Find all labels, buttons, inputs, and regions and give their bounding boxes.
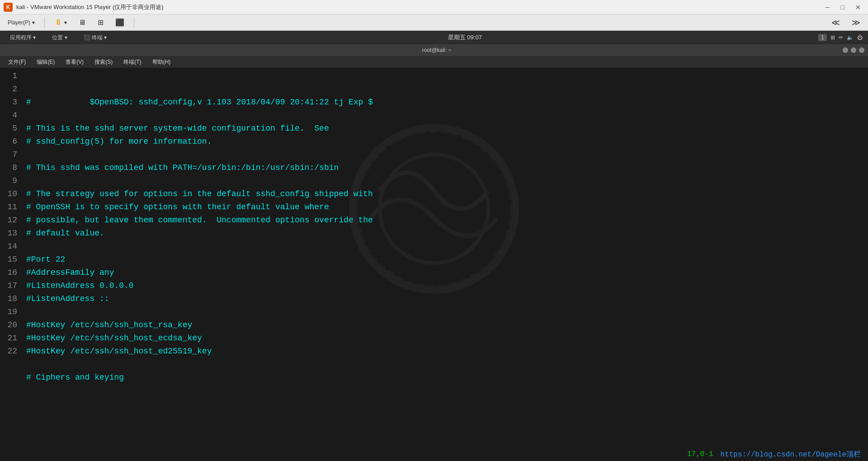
close-button[interactable]: ✕: [852, 3, 864, 12]
code-line: #AddressFamily any: [26, 266, 864, 279]
code-line: [26, 148, 864, 161]
apps-menu[interactable]: 应用程序 ▾: [5, 33, 40, 42]
system-bar-left: 应用程序 ▾ 位置 ▾ ⬛ 终端 ▾: [5, 33, 111, 42]
status-url[interactable]: https://blog.csdn.net/Dageele顶栏: [721, 450, 861, 459]
window-title: kali - VMware Workstation 15 Player (仅用于…: [16, 3, 164, 11]
player-label: Player(P): [8, 19, 30, 26]
toolbar-separator-2: [134, 17, 134, 28]
terminal-titlebar: root@kali: ~: [0, 44, 868, 56]
back-button[interactable]: ≪: [827, 16, 844, 29]
player-menu-button[interactable]: Player(P) ▾: [4, 18, 39, 27]
line-number: 16: [5, 266, 17, 279]
menu-bar: 文件(F) 编辑(E) 查看(V) 搜索(S) 终端(T) 帮助(H): [0, 56, 868, 68]
send-ctrl-alt-del-button[interactable]: 🖥: [75, 17, 90, 28]
terminal-menu-bar[interactable]: 终端(T): [119, 57, 146, 67]
line-numbers: 12345678910111213141516171819202122: [0, 70, 23, 384]
search-menu[interactable]: 搜索(S): [90, 57, 117, 67]
code-line: [26, 174, 864, 188]
code-line: #HostKey /etc/ssh/ssh_host_ecdsa_key: [26, 332, 864, 345]
line-number: 2: [5, 83, 17, 96]
line-number: 8: [5, 161, 17, 174]
view-menu[interactable]: 查看(V): [61, 57, 88, 67]
forward-button[interactable]: ≫: [848, 16, 864, 29]
system-bar: 应用程序 ▾ 位置 ▾ ⬛ 终端 ▾ 星期五 09:07 1 ⊞ ✏ 🔈 ⏻: [0, 31, 868, 44]
line-number: 21: [5, 332, 17, 345]
line-number: 5: [5, 122, 17, 135]
power-icon: ⏻: [857, 34, 863, 41]
code-content[interactable]: # $OpenBSD: sshd_config,v 1.103 2018/04/…: [23, 70, 868, 384]
term-close-button[interactable]: [859, 47, 864, 53]
unity-icon: ⊞: [98, 18, 104, 27]
ctrl-alt-del-icon: 🖥: [79, 19, 86, 27]
line-number: 17: [5, 279, 17, 292]
code-line: [26, 306, 864, 319]
pause-icon: ⏸: [54, 18, 62, 27]
terminal-title: root@kali: ~: [422, 47, 452, 53]
title-bar-left: K kali - VMware Workstation 15 Player (仅…: [4, 3, 164, 12]
clock: 星期五 09:07: [448, 33, 482, 42]
code-line: # Ciphers and keying: [26, 371, 864, 384]
toolbar-right: ≪ ≫: [827, 16, 864, 29]
volume-icon: 🔈: [847, 34, 854, 41]
places-menu[interactable]: 位置 ▾: [47, 33, 71, 42]
code-line: [26, 358, 864, 371]
line-number: 3: [5, 96, 17, 109]
line-number: 9: [5, 174, 17, 188]
code-line: [26, 240, 864, 253]
vm-toolbar: Player(P) ▾ ⏸ ▾ 🖥 ⊞ ⬛ ≪ ≫: [0, 14, 868, 31]
toolbar-separator: [44, 17, 45, 28]
file-menu[interactable]: 文件(F): [4, 57, 30, 67]
term-maximize-button[interactable]: [851, 47, 856, 53]
window-controls: ─ □ ✕: [822, 3, 864, 12]
line-number: 14: [5, 240, 17, 253]
line-number: 11: [5, 201, 17, 214]
view-icon: ⬛: [115, 18, 124, 27]
line-number: 18: [5, 292, 17, 306]
pause-dropdown: ▾: [64, 19, 67, 26]
app-icon: K: [4, 3, 13, 12]
code-line: #Port 22: [26, 253, 864, 266]
help-menu[interactable]: 帮助(H): [148, 57, 175, 67]
line-number: 6: [5, 135, 17, 148]
code-line: [26, 109, 864, 122]
line-number: 7: [5, 148, 17, 161]
code-area: 12345678910111213141516171819202122 # $O…: [0, 68, 868, 386]
line-number: 19: [5, 306, 17, 319]
edit-menu[interactable]: 编辑(E): [32, 57, 59, 67]
line-number: 22: [5, 345, 17, 358]
line-number: 12: [5, 214, 17, 227]
term-minimize-button[interactable]: [843, 47, 848, 53]
minimize-button[interactable]: ─: [822, 3, 834, 12]
code-line: #ListenAddress ::: [26, 292, 864, 306]
workspace-indicator: 1: [818, 34, 827, 41]
code-line: # default value.: [26, 227, 864, 240]
terminal-menu[interactable]: ⬛ 终端 ▾: [79, 33, 112, 42]
cursor-position: 17,0-1: [687, 450, 713, 458]
view-button[interactable]: ⬛: [111, 17, 128, 28]
code-line: # This is the sshd server system-wide co…: [26, 122, 864, 135]
code-line: #HostKey /etc/ssh/ssh_host_ed25519_key: [26, 345, 864, 358]
code-line: #HostKey /etc/ssh/ssh_host_rsa_key: [26, 319, 864, 332]
editor-wrapper: 12345678910111213141516171819202122 # $O…: [0, 68, 868, 461]
code-line: #ListenAddress 0.0.0.0: [26, 279, 864, 292]
unity-button[interactable]: ⊞: [94, 17, 108, 28]
code-line: # The strategy used for options in the d…: [26, 188, 864, 201]
network-icon: ⊞: [830, 34, 835, 41]
line-number: 13: [5, 227, 17, 240]
status-bar: 17,0-1 https://blog.csdn.net/Dageele顶栏: [0, 447, 868, 461]
maximize-button[interactable]: □: [837, 3, 848, 12]
line-number: 1: [5, 70, 17, 83]
line-number: 10: [5, 188, 17, 201]
system-bar-right: 1 ⊞ ✏ 🔈 ⏻: [818, 34, 863, 41]
line-number: 4: [5, 109, 17, 122]
main-content: 应用程序 ▾ 位置 ▾ ⬛ 终端 ▾ 星期五 09:07 1 ⊞ ✏ 🔈 ⏻ r…: [0, 31, 868, 461]
code-line: # possible, but leave them commented. Un…: [26, 214, 864, 227]
line-number: 20: [5, 319, 17, 332]
code-line: # This sshd was compiled with PATH=/usr/…: [26, 161, 864, 174]
title-bar: K kali - VMware Workstation 15 Player (仅…: [0, 0, 868, 14]
edit-icon: ✏: [839, 34, 843, 41]
code-line: # sshd_config(5) for more information.: [26, 135, 864, 148]
pause-button[interactable]: ⏸ ▾: [50, 16, 71, 28]
dropdown-icon: ▾: [32, 19, 35, 26]
editor[interactable]: 12345678910111213141516171819202122 # $O…: [0, 68, 868, 386]
